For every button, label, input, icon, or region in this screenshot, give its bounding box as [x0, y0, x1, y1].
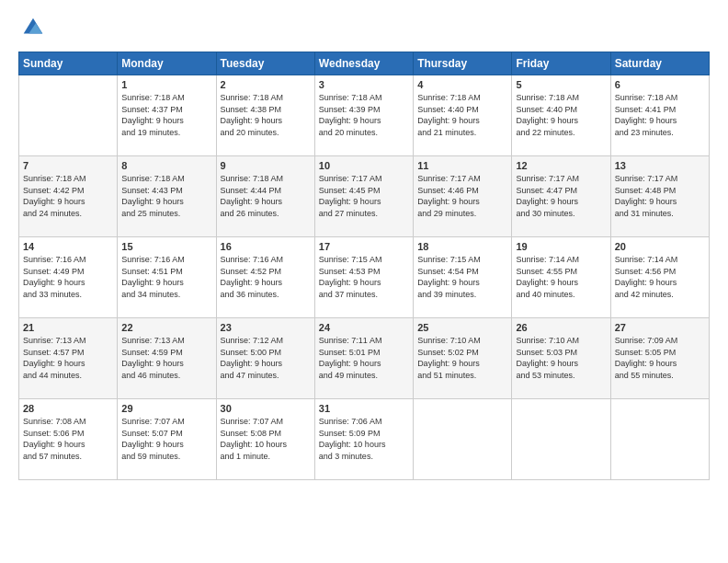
day-info: Sunrise: 7:18 AM Sunset: 4:42 PM Dayligh… [23, 173, 113, 219]
calendar-week-row: 28Sunrise: 7:08 AM Sunset: 5:06 PM Dayli… [19, 399, 710, 480]
day-of-week-header: Wednesday [314, 52, 413, 75]
logo-icon [20, 15, 46, 40]
day-info: Sunrise: 7:11 AM Sunset: 5:01 PM Dayligh… [319, 335, 409, 381]
day-number: 4 [417, 79, 507, 90]
day-number: 12 [516, 160, 606, 171]
day-info: Sunrise: 7:14 AM Sunset: 4:55 PM Dayligh… [516, 254, 606, 300]
calendar-cell: 8Sunrise: 7:18 AM Sunset: 4:43 PM Daylig… [118, 156, 216, 237]
logo [18, 18, 46, 40]
day-info: Sunrise: 7:06 AM Sunset: 5:09 PM Dayligh… [319, 416, 409, 462]
calendar-cell: 3Sunrise: 7:18 AM Sunset: 4:39 PM Daylig… [314, 75, 413, 156]
day-number: 13 [615, 160, 705, 171]
day-info: Sunrise: 7:13 AM Sunset: 4:57 PM Dayligh… [23, 335, 113, 381]
day-info: Sunrise: 7:16 AM Sunset: 4:49 PM Dayligh… [23, 254, 113, 300]
day-info: Sunrise: 7:12 AM Sunset: 5:00 PM Dayligh… [221, 335, 311, 381]
day-info: Sunrise: 7:18 AM Sunset: 4:40 PM Dayligh… [417, 92, 507, 138]
day-number: 25 [417, 322, 507, 333]
day-info: Sunrise: 7:18 AM Sunset: 4:44 PM Dayligh… [221, 173, 311, 219]
day-of-week-header: Saturday [610, 52, 709, 75]
day-number: 18 [417, 241, 507, 252]
calendar-cell: 21Sunrise: 7:13 AM Sunset: 4:57 PM Dayli… [19, 318, 118, 399]
day-number: 1 [121, 79, 211, 90]
day-info: Sunrise: 7:16 AM Sunset: 4:52 PM Dayligh… [221, 254, 311, 300]
day-info: Sunrise: 7:10 AM Sunset: 5:03 PM Dayligh… [516, 335, 606, 381]
day-number: 31 [319, 403, 409, 414]
calendar-cell: 1Sunrise: 7:18 AM Sunset: 4:37 PM Daylig… [118, 75, 216, 156]
calendar-cell [19, 75, 118, 156]
calendar-cell: 5Sunrise: 7:18 AM Sunset: 4:40 PM Daylig… [512, 75, 610, 156]
calendar-cell: 31Sunrise: 7:06 AM Sunset: 5:09 PM Dayli… [314, 399, 413, 480]
day-number: 6 [615, 79, 705, 90]
day-number: 2 [221, 79, 311, 90]
day-number: 30 [221, 403, 311, 414]
header [18, 18, 710, 40]
day-info: Sunrise: 7:15 AM Sunset: 4:54 PM Dayligh… [417, 254, 507, 300]
day-info: Sunrise: 7:18 AM Sunset: 4:37 PM Dayligh… [121, 92, 211, 138]
day-info: Sunrise: 7:08 AM Sunset: 5:06 PM Dayligh… [23, 416, 113, 462]
day-number: 8 [121, 160, 211, 171]
day-info: Sunrise: 7:15 AM Sunset: 4:53 PM Dayligh… [319, 254, 409, 300]
calendar-cell: 18Sunrise: 7:15 AM Sunset: 4:54 PM Dayli… [414, 237, 512, 318]
day-info: Sunrise: 7:17 AM Sunset: 4:47 PM Dayligh… [516, 173, 606, 219]
calendar-cell: 22Sunrise: 7:13 AM Sunset: 4:59 PM Dayli… [118, 318, 216, 399]
day-number: 22 [121, 322, 211, 333]
calendar-cell: 7Sunrise: 7:18 AM Sunset: 4:42 PM Daylig… [19, 156, 118, 237]
day-info: Sunrise: 7:18 AM Sunset: 4:39 PM Dayligh… [319, 92, 409, 138]
page: SundayMondayTuesdayWednesdayThursdayFrid… [0, 0, 728, 563]
day-number: 11 [417, 160, 507, 171]
day-info: Sunrise: 7:14 AM Sunset: 4:56 PM Dayligh… [615, 254, 705, 300]
calendar-cell: 9Sunrise: 7:18 AM Sunset: 4:44 PM Daylig… [216, 156, 314, 237]
calendar-cell [512, 399, 610, 480]
day-number: 23 [221, 322, 311, 333]
day-number: 26 [516, 322, 606, 333]
day-info: Sunrise: 7:18 AM Sunset: 4:41 PM Dayligh… [615, 92, 705, 138]
calendar-cell: 12Sunrise: 7:17 AM Sunset: 4:47 PM Dayli… [512, 156, 610, 237]
day-info: Sunrise: 7:16 AM Sunset: 4:51 PM Dayligh… [121, 254, 211, 300]
calendar-cell: 27Sunrise: 7:09 AM Sunset: 5:05 PM Dayli… [610, 318, 709, 399]
calendar-header-row: SundayMondayTuesdayWednesdayThursdayFrid… [19, 52, 710, 75]
day-info: Sunrise: 7:09 AM Sunset: 5:05 PM Dayligh… [615, 335, 705, 381]
day-number: 21 [23, 322, 113, 333]
day-number: 19 [516, 241, 606, 252]
calendar-cell: 29Sunrise: 7:07 AM Sunset: 5:07 PM Dayli… [118, 399, 216, 480]
calendar-cell: 24Sunrise: 7:11 AM Sunset: 5:01 PM Dayli… [314, 318, 413, 399]
day-of-week-header: Monday [118, 52, 216, 75]
day-info: Sunrise: 7:07 AM Sunset: 5:07 PM Dayligh… [121, 416, 211, 462]
calendar-cell: 17Sunrise: 7:15 AM Sunset: 4:53 PM Dayli… [314, 237, 413, 318]
day-info: Sunrise: 7:10 AM Sunset: 5:02 PM Dayligh… [417, 335, 507, 381]
day-of-week-header: Thursday [414, 52, 512, 75]
day-info: Sunrise: 7:17 AM Sunset: 4:46 PM Dayligh… [417, 173, 507, 219]
calendar-cell: 30Sunrise: 7:07 AM Sunset: 5:08 PM Dayli… [216, 399, 314, 480]
calendar-week-row: 21Sunrise: 7:13 AM Sunset: 4:57 PM Dayli… [19, 318, 710, 399]
day-info: Sunrise: 7:18 AM Sunset: 4:38 PM Dayligh… [221, 92, 311, 138]
calendar-cell: 13Sunrise: 7:17 AM Sunset: 4:48 PM Dayli… [610, 156, 709, 237]
day-info: Sunrise: 7:07 AM Sunset: 5:08 PM Dayligh… [221, 416, 311, 462]
calendar-cell: 28Sunrise: 7:08 AM Sunset: 5:06 PM Dayli… [19, 399, 118, 480]
day-of-week-header: Friday [512, 52, 610, 75]
day-info: Sunrise: 7:18 AM Sunset: 4:43 PM Dayligh… [121, 173, 211, 219]
day-number: 28 [23, 403, 113, 414]
calendar-cell: 20Sunrise: 7:14 AM Sunset: 4:56 PM Dayli… [610, 237, 709, 318]
day-info: Sunrise: 7:17 AM Sunset: 4:45 PM Dayligh… [319, 173, 409, 219]
day-of-week-header: Sunday [19, 52, 118, 75]
calendar-cell: 10Sunrise: 7:17 AM Sunset: 4:45 PM Dayli… [314, 156, 413, 237]
day-info: Sunrise: 7:18 AM Sunset: 4:40 PM Dayligh… [516, 92, 606, 138]
calendar-cell: 23Sunrise: 7:12 AM Sunset: 5:00 PM Dayli… [216, 318, 314, 399]
day-number: 20 [615, 241, 705, 252]
calendar-week-row: 14Sunrise: 7:16 AM Sunset: 4:49 PM Dayli… [19, 237, 710, 318]
calendar-cell: 19Sunrise: 7:14 AM Sunset: 4:55 PM Dayli… [512, 237, 610, 318]
calendar-cell [610, 399, 709, 480]
calendar-cell: 26Sunrise: 7:10 AM Sunset: 5:03 PM Dayli… [512, 318, 610, 399]
calendar-cell: 16Sunrise: 7:16 AM Sunset: 4:52 PM Dayli… [216, 237, 314, 318]
day-number: 7 [23, 160, 113, 171]
calendar-cell: 15Sunrise: 7:16 AM Sunset: 4:51 PM Dayli… [118, 237, 216, 318]
calendar-week-row: 1Sunrise: 7:18 AM Sunset: 4:37 PM Daylig… [19, 75, 710, 156]
day-number: 16 [221, 241, 311, 252]
day-number: 15 [121, 241, 211, 252]
day-number: 5 [516, 79, 606, 90]
calendar-cell: 11Sunrise: 7:17 AM Sunset: 4:46 PM Dayli… [414, 156, 512, 237]
day-info: Sunrise: 7:13 AM Sunset: 4:59 PM Dayligh… [121, 335, 211, 381]
calendar-cell: 14Sunrise: 7:16 AM Sunset: 4:49 PM Dayli… [19, 237, 118, 318]
calendar-week-row: 7Sunrise: 7:18 AM Sunset: 4:42 PM Daylig… [19, 156, 710, 237]
calendar-cell: 4Sunrise: 7:18 AM Sunset: 4:40 PM Daylig… [414, 75, 512, 156]
